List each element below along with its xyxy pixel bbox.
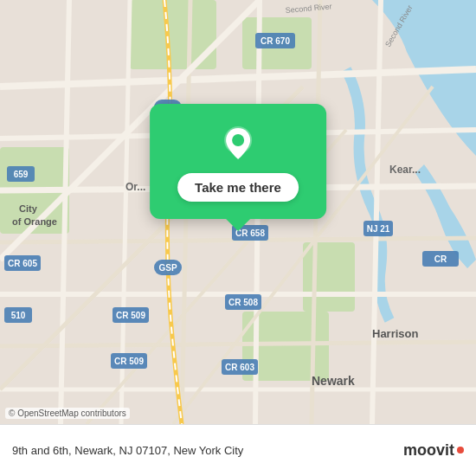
svg-text:CR 670: CR 670 [261,36,290,46]
svg-text:City: City [19,203,38,214]
take-me-there-button[interactable]: Take me there [177,173,299,202]
map-container: CR 670 659 GSP GSP CR 605 CR 658 NJ 21 5… [0,0,476,424]
popup-card: Take me there [150,104,326,219]
footer: 9th and 6th, Newark, NJ 07107, New York … [0,424,476,476]
svg-text:Newark: Newark [312,374,355,388]
svg-text:CR 509: CR 509 [114,357,144,366]
svg-text:Harrison: Harrison [372,327,419,340]
moovit-logo: moovit [403,441,464,460]
svg-text:659: 659 [14,170,29,179]
svg-rect-4 [303,242,355,312]
svg-text:CR 605: CR 605 [8,259,37,268]
moovit-brand-dot [457,447,464,453]
location-pin-icon [219,125,257,163]
svg-text:GSP: GSP [158,263,177,273]
svg-text:Or...: Or... [125,181,145,193]
map-attribution: © OpenStreetMap contributors [5,408,130,419]
moovit-brand-text: moovit [403,441,454,460]
svg-text:510: 510 [11,311,26,320]
svg-text:of Orange: of Orange [12,216,57,227]
svg-text:CR 508: CR 508 [228,298,258,307]
svg-text:NJ 21: NJ 21 [367,224,390,234]
svg-point-58 [232,134,244,146]
svg-text:CR: CR [434,254,447,264]
svg-text:CR 603: CR 603 [225,363,254,372]
svg-text:CR 509: CR 509 [116,311,145,320]
svg-text:Kear...: Kear... [389,164,421,176]
address-label: 9th and 6th, Newark, NJ 07107, New York … [12,444,403,457]
